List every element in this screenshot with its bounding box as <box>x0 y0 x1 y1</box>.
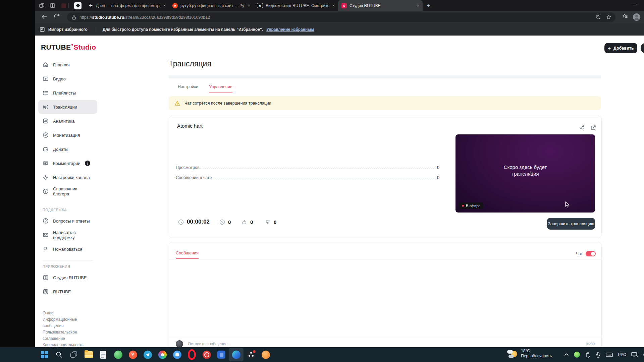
video-icon <box>43 76 49 82</box>
sidebar-item-rutube[interactable]: RUTUBE <box>38 285 97 299</box>
sidebar-item-pozhalovatsya[interactable]: Пожаловаться <box>38 242 97 256</box>
close-icon[interactable]: × <box>417 3 419 8</box>
browser-tab-dzen[interactable]: Дзен — платформа для просмотра × <box>85 0 169 11</box>
dzen-pinned-icon[interactable] <box>74 2 82 9</box>
back-icon[interactable] <box>41 13 48 20</box>
share-icon[interactable] <box>579 125 585 131</box>
sidebar-item-kommentarii[interactable]: Комментарии 3 <box>38 156 97 170</box>
open-external-icon[interactable] <box>590 125 596 131</box>
split-screen-icon[interactable] <box>48 2 56 9</box>
dimmed-extension-icon[interactable] <box>61 3 66 8</box>
green-app-icon[interactable] <box>111 348 125 361</box>
browser-tab-rutub[interactable]: Я рутуб.ру официальный сайт — Рутуб × <box>169 0 254 11</box>
notepad-icon[interactable] <box>96 348 111 361</box>
rutube-favicon: R <box>257 3 263 8</box>
browser-tab-rutube-hosting[interactable]: R Видеохостинг RUTUBE. Смотрите × <box>254 0 338 11</box>
support-section-header: ПОДДЕРЖКА <box>43 208 97 212</box>
question-icon <box>43 218 49 224</box>
gear-icon <box>43 174 49 180</box>
browser-profile-avatar[interactable] <box>633 13 641 21</box>
stream-preview-player[interactable]: Скоро здесь будет трансляция В эфире <box>455 134 595 213</box>
telegram-icon[interactable] <box>140 348 155 361</box>
favorites-hub-icon[interactable] <box>622 13 628 20</box>
broadcast-icon <box>43 104 49 110</box>
import-favorites-button[interactable]: Импорт избранного <box>48 27 88 32</box>
flag-icon <box>43 246 49 252</box>
add-button[interactable]: + Добавить <box>604 43 637 53</box>
browser-toolbar: https://studio.rutube.ru/stream/23ccaf20… <box>35 11 644 23</box>
dzen-favicon <box>88 3 93 8</box>
new-tab-button[interactable]: + <box>427 2 430 9</box>
tab-soobshcheniya[interactable]: Сообщения <box>176 251 199 255</box>
red-browser-icon[interactable] <box>199 348 214 361</box>
tray-display-icon[interactable] <box>631 352 638 358</box>
sidebar-item-analitika[interactable]: Аналитика <box>38 114 97 128</box>
refresh-icon[interactable] <box>54 13 60 20</box>
browser-tab-strip: Дзен — платформа для просмотра × Я рутуб… <box>35 0 644 11</box>
chat-toggle-switch[interactable] <box>586 251 596 256</box>
live-dot-icon <box>462 205 464 207</box>
analytics-icon <box>43 118 49 124</box>
sidebar-item-nastroyki-kanala[interactable]: Настройки канала <box>38 170 97 184</box>
wallet-icon <box>43 146 49 152</box>
end-stream-button[interactable]: Завершить трансляцию <box>547 218 595 230</box>
sidebar-item-video[interactable]: Видео <box>38 72 97 86</box>
tab-upravlenie[interactable]: Управление <box>209 84 232 89</box>
taskbar-apps: Y <box>37 348 273 361</box>
orange-app-icon[interactable] <box>258 348 273 361</box>
sidebar-item-translyacii[interactable]: Трансляции <box>38 100 97 114</box>
opera-icon[interactable] <box>184 348 199 361</box>
sidebar-item-podderzhka[interactable]: Написать в поддержку <box>38 228 97 242</box>
edge-browser-icon[interactable] <box>229 348 244 361</box>
footer-link-privacy[interactable]: Конфиденциальность <box>43 342 93 347</box>
obs-icon[interactable] <box>244 348 258 361</box>
window-minimize-icon[interactable] <box>633 5 637 5</box>
tab-stacks-icon[interactable] <box>38 2 46 9</box>
sidebar-item-voprosy[interactable]: Вопросы и ответы <box>38 214 97 228</box>
stream-timer: 00:00:02 <box>178 219 210 225</box>
tab-nastroyki[interactable]: Настройки <box>178 84 198 89</box>
tray-keyboard-icon[interactable] <box>606 352 613 357</box>
blue-messenger-icon[interactable] <box>170 348 184 361</box>
file-explorer-icon[interactable] <box>81 348 96 361</box>
search-icon[interactable] <box>52 348 66 361</box>
address-bar[interactable]: https://studio.rutube.ru/stream/23ccaf20… <box>67 12 615 22</box>
likes-counter[interactable]: 0 <box>241 219 253 225</box>
tray-usb-icon[interactable] <box>585 352 591 358</box>
taskbar-weather-widget[interactable]: 18°C Пер. облачность <box>507 349 552 359</box>
sidebar-item-glavnaya[interactable]: Главная <box>38 58 97 72</box>
close-icon[interactable]: × <box>248 3 250 8</box>
footer-link-about[interactable]: О нас <box>43 310 93 316</box>
dislikes-counter[interactable]: 0 <box>265 219 276 225</box>
settings-pinwheel-icon[interactable] <box>155 348 170 361</box>
rutube-studio-logo[interactable]: RUTUBE Studio <box>41 43 96 51</box>
manage-favorites-link[interactable]: Управление избранным <box>266 27 314 32</box>
yandex-browser-icon[interactable]: Y <box>125 348 140 361</box>
tray-microphone-icon[interactable] <box>596 352 601 358</box>
sidebar-item-monetizaciya[interactable]: Монетизация <box>38 128 97 142</box>
close-icon[interactable]: × <box>163 3 166 8</box>
footer-link-info[interactable]: Информационные сообщения <box>43 316 93 329</box>
footer-link-terms[interactable]: Пользовательское соглашение <box>43 329 93 342</box>
taskbar-system-tray: РУС <box>564 347 644 362</box>
favorite-star-icon[interactable] <box>606 14 611 20</box>
zoom-out-icon[interactable] <box>595 14 601 20</box>
tray-antivirus-icon[interactable] <box>574 352 580 358</box>
task-view-icon[interactable] <box>66 348 81 361</box>
close-icon[interactable]: × <box>332 3 335 8</box>
sidebar-item-donaty[interactable]: Донаты <box>38 142 97 156</box>
sidebar-item-studiya-rutube[interactable]: Студия RUTUBE <box>38 270 97 285</box>
chat-message-input[interactable] <box>187 341 582 347</box>
clock-icon <box>178 219 184 225</box>
browser-tab-studio-active[interactable]: S Студия RUTUBE × <box>338 0 423 11</box>
language-indicator[interactable]: РУС <box>618 352 626 357</box>
warning-icon <box>174 101 180 106</box>
start-button[interactable] <box>37 348 52 361</box>
sidebar-item-spravochnik[interactable]: Справочник блогера <box>38 184 97 198</box>
chat-user-avatar <box>176 340 183 347</box>
playlist-icon <box>43 90 49 96</box>
user-avatar[interactable]: Д <box>641 43 644 53</box>
blue-tile-app-icon[interactable] <box>214 348 229 361</box>
sidebar-item-playlisty[interactable]: Плейлисты <box>38 86 97 100</box>
tray-chevron-up-icon[interactable] <box>564 353 569 356</box>
